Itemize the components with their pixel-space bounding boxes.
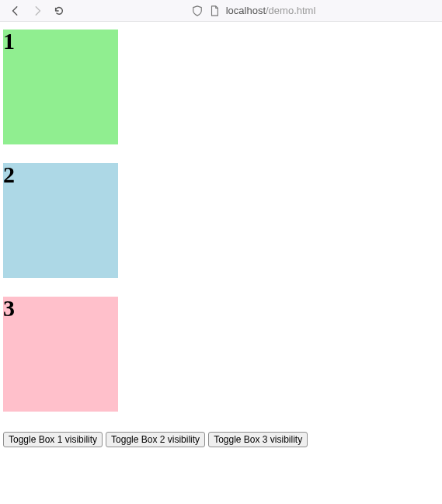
url-text: localhost/demo.html: [226, 5, 316, 16]
reload-button[interactable]: [51, 3, 67, 19]
url-host: localhost: [226, 5, 266, 16]
browser-toolbar: localhost/demo.html: [0, 0, 442, 22]
box-3: 3: [3, 297, 118, 412]
box-label: 3: [3, 295, 15, 321]
page-icon: [209, 5, 220, 16]
toggle-box-2-button[interactable]: Toggle Box 2 visibility: [106, 432, 205, 447]
url-path: /demo.html: [266, 5, 315, 16]
address-bar[interactable]: localhost/demo.html: [73, 5, 434, 16]
box-2: 2: [3, 163, 118, 278]
box-1: 1: [3, 30, 118, 144]
arrow-right-icon: [32, 5, 43, 16]
toggle-box-3-button[interactable]: Toggle Box 3 visibility: [208, 432, 308, 447]
back-button[interactable]: [8, 3, 23, 19]
box-label: 1: [3, 28, 15, 54]
page-content: 1 2 3 Toggle Box 1 visibility Toggle Box…: [0, 30, 442, 449]
forward-button[interactable]: [30, 3, 45, 19]
box-label: 2: [3, 162, 15, 187]
shield-icon: [192, 5, 203, 16]
arrow-left-icon: [10, 5, 21, 16]
button-row: Toggle Box 1 visibility Toggle Box 2 vis…: [0, 430, 442, 449]
toggle-box-1-button[interactable]: Toggle Box 1 visibility: [3, 432, 103, 447]
reload-icon: [54, 5, 64, 16]
